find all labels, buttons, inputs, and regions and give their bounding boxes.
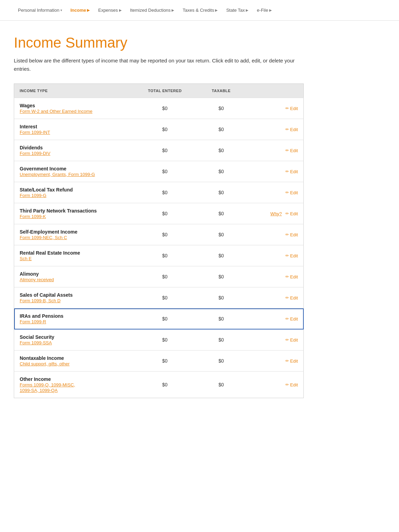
table-row: WagesForm W-2 and Other Earned Income$0$… <box>14 98 304 119</box>
income-type-name: Sales of Capital Assets <box>20 292 129 298</box>
taxable-cell: $0 <box>195 266 247 287</box>
income-type-link[interactable]: Form W-2 and Other Earned Income <box>20 109 93 114</box>
table-row: Third Party Network TransactionsForm 109… <box>14 203 304 224</box>
income-type-name: IRAs and Pensions <box>20 313 129 319</box>
income-type-link[interactable]: Form 1099-R <box>20 319 46 324</box>
edit-button[interactable]: ✏Edit <box>285 232 298 237</box>
table-row: State/Local Tax RefundForm 1099-G$0$0✏Ed… <box>14 182 304 203</box>
table-row: Self-Employment IncomeForm 1099-NEC, Sch… <box>14 224 304 245</box>
nav-label-expenses: Expenses <box>98 8 118 13</box>
chevron-right-icon: ▶ <box>269 8 272 12</box>
income-type-cell: Self-Employment IncomeForm 1099-NEC, Sch… <box>14 224 135 245</box>
pencil-icon: ✏ <box>285 211 289 216</box>
edit-button[interactable]: ✏Edit <box>285 169 298 174</box>
total-entered-cell: $0 <box>134 182 195 203</box>
edit-button[interactable]: ✏Edit <box>285 190 298 195</box>
edit-button[interactable]: ✏Edit <box>285 337 298 343</box>
taxable-cell: $0 <box>195 182 247 203</box>
edit-button[interactable]: ✏Edit <box>285 106 298 111</box>
nav-income[interactable]: Income ▶ <box>66 5 94 16</box>
taxable-cell: $0 <box>195 203 247 224</box>
edit-label: Edit <box>290 274 298 279</box>
edit-button[interactable]: ✏Edit <box>285 148 298 153</box>
income-type-link[interactable]: Form 1099-B, Sch D <box>20 298 61 303</box>
total-entered-cell: $0 <box>134 372 195 398</box>
total-entered-cell: $0 <box>134 224 195 245</box>
income-type-name: Rental Real Estate Income <box>20 250 129 256</box>
income-type-link[interactable]: Form 1099-INT <box>20 130 50 135</box>
edit-button[interactable]: ✏Edit <box>285 358 298 364</box>
income-type-cell: Third Party Network TransactionsForm 109… <box>14 203 135 224</box>
pencil-icon: ✏ <box>285 232 289 237</box>
income-type-link[interactable]: Alimony received <box>20 277 54 282</box>
action-cell: ✏Edit <box>247 245 304 266</box>
edit-label: Edit <box>290 190 298 195</box>
edit-label: Edit <box>290 253 298 258</box>
income-type-link[interactable]: Sch E <box>20 256 32 261</box>
nav-taxes-credits[interactable]: Taxes & Credits ▶ <box>178 5 222 16</box>
edit-button[interactable]: ✏Edit <box>285 127 298 132</box>
taxable-cell: $0 <box>195 98 247 119</box>
edit-label: Edit <box>290 337 298 343</box>
income-type-link[interactable]: Form 1099-K <box>20 214 46 219</box>
income-type-cell: InterestForm 1099-INT <box>14 119 135 140</box>
edit-button[interactable]: ✏Edit <box>285 382 298 387</box>
total-entered-cell: $0 <box>134 161 195 182</box>
total-entered-cell: $0 <box>134 266 195 287</box>
income-type-link[interactable]: Child support, gifts, other <box>20 361 70 366</box>
income-type-name: Dividends <box>20 145 129 150</box>
edit-button[interactable]: ✏Edit <box>285 316 298 322</box>
table-row: IRAs and PensionsForm 1099-R$0$0✏Edit <box>14 308 304 329</box>
action-cell: Why?✏Edit <box>247 203 304 224</box>
total-entered-cell: $0 <box>134 329 195 351</box>
edit-button[interactable]: ✏Edit <box>285 274 298 279</box>
income-type-link[interactable]: Form 1099-G <box>20 193 46 198</box>
income-type-link[interactable]: Forms 1099-Q, 1099-MISC,1099-SA, 1099-QA <box>20 382 75 393</box>
nav-itemized-deductions[interactable]: Itemized Deductions ▶ <box>126 5 179 16</box>
taxable-cell: $0 <box>195 287 247 308</box>
nav-label-personal-information: Personal Information <box>18 8 59 13</box>
edit-label: Edit <box>290 106 298 111</box>
income-type-name: Alimony <box>20 271 129 277</box>
chevron-right-icon: ▶ <box>119 8 122 12</box>
edit-button[interactable]: ✏Edit <box>285 295 298 301</box>
pencil-icon: ✏ <box>285 316 289 321</box>
income-type-name: Self-Employment Income <box>20 229 129 235</box>
pencil-icon: ✏ <box>285 382 289 387</box>
income-type-link[interactable]: Unemployment, Grants, Form 1099-G <box>20 172 95 177</box>
edit-label: Edit <box>290 232 298 237</box>
income-type-link[interactable]: Form 1099-SSA <box>20 340 52 345</box>
nav-efile[interactable]: e-File ▶ <box>253 5 276 16</box>
income-type-cell: WagesForm W-2 and Other Earned Income <box>14 98 135 119</box>
edit-label: Edit <box>290 316 298 322</box>
taxable-cell: $0 <box>195 224 247 245</box>
total-entered-cell: $0 <box>134 119 195 140</box>
action-cell: ✏Edit <box>247 287 304 308</box>
pencil-icon: ✏ <box>285 274 289 279</box>
income-type-name: Government Income <box>20 166 129 171</box>
taxable-cell: $0 <box>195 140 247 161</box>
why-link[interactable]: Why? <box>270 211 282 216</box>
income-type-cell: Other IncomeForms 1099-Q, 1099-MISC,1099… <box>14 372 135 398</box>
income-type-link[interactable]: Form 1099-DIV <box>20 151 50 156</box>
table-row: InterestForm 1099-INT$0$0✏Edit <box>14 119 304 140</box>
nav-state-tax[interactable]: State Tax ▶ <box>222 5 253 16</box>
total-entered-cell: $0 <box>134 351 195 372</box>
table-row: DividendsForm 1099-DIV$0$0✏Edit <box>14 140 304 161</box>
table-row: Sales of Capital AssetsForm 1099-B, Sch … <box>14 287 304 308</box>
pencil-icon: ✏ <box>285 337 289 342</box>
income-type-cell: IRAs and PensionsForm 1099-R <box>14 308 135 329</box>
edit-button[interactable]: ✏Edit <box>285 253 298 258</box>
edit-label: Edit <box>290 295 298 301</box>
income-type-link[interactable]: Form 1099-NEC, Sch C <box>20 235 67 240</box>
taxable-cell: $0 <box>195 161 247 182</box>
income-type-cell: AlimonyAlimony received <box>14 266 135 287</box>
income-type-name: Other Income <box>20 376 129 382</box>
nav-personal-information[interactable]: Personal Information ▾ <box>14 5 66 16</box>
table-row: Nontaxable IncomeChild support, gifts, o… <box>14 351 304 372</box>
page-title: Income Summary <box>14 35 304 51</box>
nav-expenses[interactable]: Expenses ▶ <box>94 5 126 16</box>
income-type-name: Nontaxable Income <box>20 355 129 361</box>
action-cell: ✏Edit <box>247 119 304 140</box>
edit-button[interactable]: ✏Edit <box>285 211 298 216</box>
